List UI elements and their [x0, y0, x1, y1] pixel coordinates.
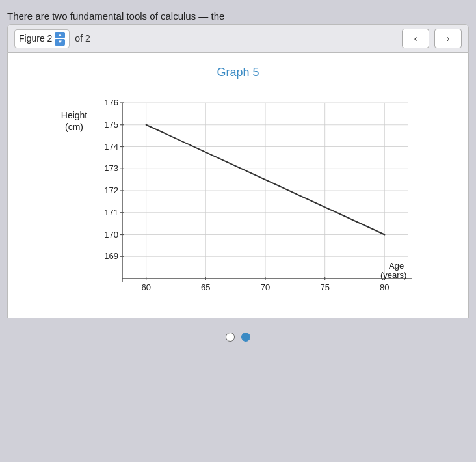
svg-text:171: 171	[105, 208, 119, 217]
svg-text:60: 60	[142, 282, 151, 292]
y-axis-label-line2: (cm)	[65, 121, 83, 133]
y-axis-label: Height (cm)	[61, 90, 87, 133]
svg-text:70: 70	[261, 282, 270, 292]
spinner-down-button[interactable]: ▼	[55, 39, 65, 46]
of-text: of 2	[75, 33, 90, 44]
svg-text:175: 175	[105, 120, 119, 129]
figure-spinner[interactable]: ▲ ▼	[55, 32, 65, 46]
svg-text:Age: Age	[389, 261, 404, 271]
pagination-dot-1[interactable]	[226, 333, 235, 342]
spinner-up-button[interactable]: ▲	[55, 32, 65, 38]
chart-container: Graph 5 Height (cm)	[7, 53, 469, 318]
pagination-dot-2[interactable]	[241, 333, 250, 342]
intro-text-bar: There are two fundamental tools of calcu…	[7, 7, 469, 24]
svg-text:80: 80	[380, 282, 389, 292]
svg-text:75: 75	[321, 282, 330, 292]
svg-text:170: 170	[105, 230, 119, 239]
chart-area: Height (cm)	[61, 90, 415, 298]
svg-text:176: 176	[105, 98, 119, 107]
svg-text:173: 173	[105, 163, 119, 173]
prev-button[interactable]: ‹	[402, 29, 429, 48]
graph-svg: 176 175 174 173 172 171 170 169	[90, 90, 415, 298]
svg-text:65: 65	[201, 282, 210, 292]
svg-text:(years): (years)	[380, 270, 406, 280]
pagination-dots	[7, 333, 469, 342]
y-axis-label-line1: Height	[61, 109, 87, 121]
figure-label: Figure 2	[19, 33, 52, 44]
intro-text: There are two fundamental tools of calcu…	[7, 10, 224, 21]
svg-text:174: 174	[105, 142, 119, 152]
chart-body: 176 175 174 173 172 171 170 169	[90, 90, 415, 298]
svg-text:169: 169	[105, 251, 119, 261]
svg-text:172: 172	[105, 185, 119, 195]
next-button[interactable]: ›	[434, 29, 462, 48]
figure-nav-bar: Figure 2 ▲ ▼ of 2 ‹ ›	[7, 24, 469, 53]
chart-title: Graph 5	[217, 66, 259, 79]
figure-selector[interactable]: Figure 2 ▲ ▼	[14, 29, 70, 48]
